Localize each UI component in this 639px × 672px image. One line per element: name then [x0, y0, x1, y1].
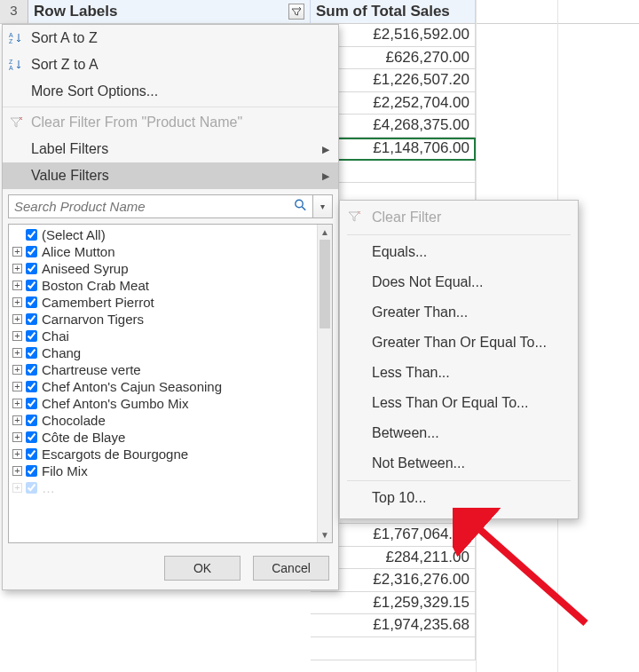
expand-icon[interactable]: +	[12, 281, 22, 290]
filter-dropdown-button[interactable]	[288, 4, 304, 20]
vf-greater-than[interactable]: Greater Than...	[340, 297, 578, 328]
item-label: Escargots de Bourgogne	[42, 447, 188, 462]
checkbox-row[interactable]: +Boston Crab Meat	[9, 277, 317, 294]
item-label: Filo Mix	[42, 463, 88, 478]
item-checkbox[interactable]	[26, 431, 37, 443]
checkbox-row[interactable]: +Alice Mutton	[9, 243, 317, 260]
expand-icon[interactable]: +	[12, 247, 22, 257]
search-dropdown-button[interactable]: ▾	[313, 194, 333, 218]
sort-za-label: Sort Z to A	[31, 57, 99, 73]
checkbox-row[interactable]: +Chocolade	[9, 412, 317, 429]
vf-clear-label: Clear Filter	[372, 210, 441, 225]
scroll-down-icon[interactable]: ▼	[318, 527, 332, 542]
item-checkbox[interactable]	[26, 330, 37, 342]
checkbox-row[interactable]: +Chef Anton's Gumbo Mix	[9, 395, 317, 412]
vf-lte[interactable]: Less Than Or Equal To...	[340, 388, 578, 418]
vf-less-than[interactable]: Less Than...	[340, 358, 578, 388]
expand-icon[interactable]: +	[12, 314, 22, 324]
sort-a-to-z[interactable]: AZ Sort A to Z	[3, 25, 338, 51]
checkbox-row[interactable]: +Aniseed Syrup	[9, 260, 317, 277]
checkbox-row[interactable]: +Chef Anton's Cajun Seasoning	[9, 378, 317, 395]
checkbox-row[interactable]: +Escargots de Bourgogne	[9, 446, 317, 462]
submenu-divider	[347, 480, 571, 481]
item-label: Chocolade	[42, 413, 106, 428]
item-checkbox[interactable]	[26, 398, 37, 409]
label-filters[interactable]: Label Filters ▶	[3, 136, 338, 162]
vf-top-10[interactable]: Top 10...	[340, 483, 578, 513]
item-checkbox[interactable]	[26, 263, 37, 274]
checkbox-row[interactable]: +Chang	[9, 344, 317, 361]
expand-icon[interactable]: +	[12, 264, 22, 273]
expand-icon[interactable]: +	[12, 432, 22, 442]
checkbox-row[interactable]: +Filo Mix	[9, 462, 317, 479]
ok-button[interactable]: OK	[164, 556, 241, 581]
cancel-button[interactable]: Cancel	[253, 556, 329, 581]
expand-icon[interactable]: +	[12, 331, 22, 341]
item-label: Chef Anton's Gumbo Mix	[42, 396, 188, 411]
data-cell[interactable]	[311, 637, 476, 660]
filter-menu: AZ Sort A to Z ZA Sort Z to A More Sort …	[2, 24, 339, 590]
vf-not-between[interactable]: Not Between...	[340, 448, 578, 478]
expand-icon[interactable]: +	[12, 449, 22, 459]
item-label: Chai	[42, 328, 69, 344]
vf-equals[interactable]: Equals...	[340, 237, 578, 267]
item-checkbox[interactable]	[26, 229, 37, 241]
sort-az-label: Sort A to Z	[31, 30, 98, 46]
scrollbar[interactable]: ▲ ▼	[317, 225, 332, 542]
data-cell[interactable]: £1,974,235.68	[311, 614, 476, 637]
sort-z-to-a[interactable]: ZA Sort Z to A	[3, 51, 338, 78]
expand-icon[interactable]: +	[12, 466, 22, 476]
item-label: Carnarvon Tigers	[42, 312, 144, 327]
item-checkbox[interactable]	[26, 465, 37, 477]
item-label: Alice Mutton	[42, 244, 115, 259]
svg-text:Z: Z	[9, 38, 13, 44]
svg-text:Z: Z	[9, 59, 13, 65]
search-input[interactable]	[8, 194, 313, 218]
expand-icon[interactable]: +	[12, 348, 22, 358]
expand-icon[interactable]: +	[12, 382, 22, 391]
item-checkbox[interactable]	[26, 381, 37, 392]
expand-icon[interactable]: +	[12, 365, 22, 375]
item-checkbox[interactable]	[26, 364, 37, 376]
item-checkbox[interactable]	[26, 448, 37, 460]
vf-between[interactable]: Between...	[340, 418, 578, 448]
scroll-thumb[interactable]	[320, 240, 330, 328]
checkbox-row[interactable]: +Chai	[9, 328, 317, 344]
submenu-arrow-icon: ▶	[322, 170, 329, 182]
checkbox-list[interactable]: (Select All)+Alice Mutton+Aniseed Syrup+…	[9, 225, 317, 542]
value-filters-label: Value Filters	[31, 168, 109, 184]
item-checkbox[interactable]	[26, 415, 37, 426]
checkbox-row[interactable]: +Carnarvon Tigers	[9, 311, 317, 328]
sort-asc-icon: AZ	[8, 30, 24, 46]
checkbox-row[interactable]: +Camembert Pierrot	[9, 294, 317, 311]
row-number-cell[interactable]: 3	[0, 0, 28, 23]
vf-gte[interactable]: Greater Than Or Equal To...	[340, 328, 578, 358]
item-label: Chang	[42, 345, 81, 360]
item-label: Aniseed Syrup	[42, 261, 129, 276]
value-filters[interactable]: Value Filters ▶	[3, 162, 338, 189]
row-labels-header[interactable]: Row Labels	[28, 0, 311, 23]
item-checkbox[interactable]	[26, 347, 37, 359]
sum-sales-header[interactable]: Sum of Total Sales	[311, 0, 476, 23]
scroll-up-icon[interactable]: ▲	[318, 225, 332, 240]
expand-icon[interactable]: +	[12, 399, 22, 408]
item-checkbox[interactable]	[26, 280, 37, 291]
item-checkbox[interactable]	[26, 246, 37, 257]
more-sort-options[interactable]: More Sort Options...	[3, 78, 338, 105]
checkbox-row[interactable]: +Chartreuse verte	[9, 361, 317, 378]
sum-sales-text: Sum of Total Sales	[316, 3, 450, 20]
checkbox-row[interactable]: +Côte de Blaye	[9, 429, 317, 446]
item-checkbox[interactable]	[26, 313, 37, 325]
item-checkbox[interactable]	[26, 296, 37, 308]
expand-icon[interactable]: +	[12, 415, 22, 425]
vf-not-equal[interactable]: Does Not Equal...	[340, 267, 578, 297]
menu-divider	[3, 107, 338, 107]
data-cell[interactable]: £1,259,329.15	[311, 592, 476, 615]
expand-icon[interactable]: +	[12, 297, 22, 307]
item-label: Camembert Pierrot	[42, 295, 154, 310]
checkbox-row[interactable]: (Select All)	[9, 226, 317, 243]
item-label: Chartreuse verte	[42, 362, 141, 377]
item-label: (Select All)	[42, 227, 106, 242]
item-label: Chef Anton's Cajun Seasoning	[42, 379, 222, 394]
row-labels-text: Row Labels	[34, 3, 117, 20]
